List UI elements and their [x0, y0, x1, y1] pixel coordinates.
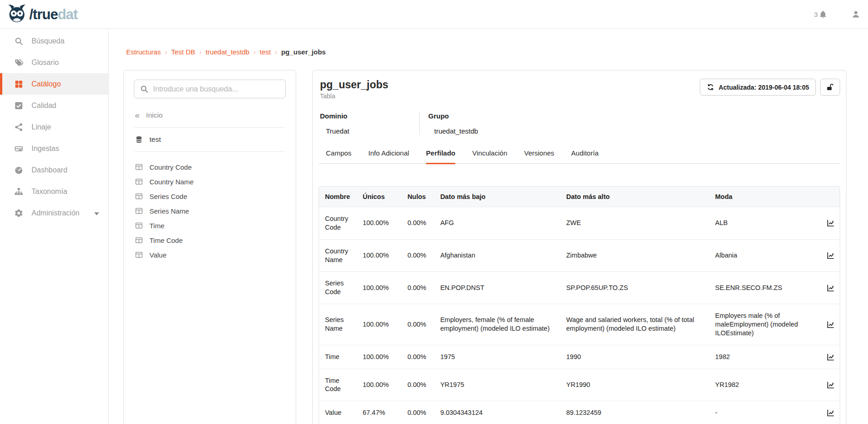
field-name-link[interactable]: Country Name [319, 239, 358, 272]
chart-line-icon [826, 284, 835, 292]
table-icon [135, 221, 143, 230]
tree-column-value[interactable]: Value [134, 247, 286, 262]
column-header-unicos: Únicos [358, 187, 403, 207]
tree-column-country-name[interactable]: Country Name [134, 174, 286, 189]
tree-column-time-code[interactable]: Time Code [134, 233, 286, 247]
gear-icon [14, 209, 24, 218]
column-header-dato-mas-bajo: Dato más bajo [436, 187, 562, 207]
tree-column-series-code[interactable]: Series Code [134, 189, 286, 204]
view-chart-button[interactable] [822, 304, 840, 345]
breadcrumb-link-test[interactable]: test [260, 48, 271, 56]
sidebar-item-label: Ingestas [32, 145, 59, 153]
column-header-actions [822, 187, 840, 207]
table-row-series-name: Series Name100.00%0.00%Employers, female… [319, 304, 840, 345]
sidebar-item-busqueda[interactable]: Búsqueda [0, 30, 108, 52]
refresh-updated-button[interactable]: Actualizada: 2019-06-04 18:05 [700, 79, 816, 96]
table-icon [135, 192, 143, 200]
sidebar-item-taxonomia[interactable]: Taxonomía [0, 181, 108, 202]
sidebar-item-linaje[interactable]: Linaje [0, 116, 108, 138]
view-chart-button[interactable] [822, 401, 840, 424]
view-chart-button[interactable] [822, 369, 840, 401]
field-name-link[interactable]: Country Code [319, 207, 358, 239]
meta-value-grupo: truedat_testdb [428, 127, 533, 135]
chart-line-icon [826, 320, 835, 329]
sidebar-item-catalogo[interactable]: Catálogo [0, 73, 108, 95]
main-sidebar: BúsquedaGlosarioCatálogoCalidadLinajeIng… [0, 29, 109, 424]
lowest-value: Employers, female (% of female employmen… [436, 304, 562, 345]
truedat-logo[interactable]: /truedat [0, 4, 78, 24]
field-name-link[interactable]: Series Name [319, 304, 358, 345]
highest-value: YR1990 [562, 369, 711, 401]
table-icon [135, 177, 143, 186]
tree-column-label: Country Code [149, 163, 192, 171]
sidebar-item-label: Glosario [32, 59, 59, 67]
tab-vinculacion[interactable]: Vinculación [472, 149, 507, 164]
sidebar-item-calidad[interactable]: Calidad [0, 95, 108, 116]
gauge-icon [14, 166, 24, 175]
tree-search-input[interactable] [153, 85, 280, 93]
view-chart-button[interactable] [822, 207, 840, 239]
null-percent: 0.00% [403, 369, 436, 401]
table-row-value: Value67.47%0.00%9.030434312489.1232459- [319, 401, 840, 424]
field-name-link[interactable]: Time [319, 345, 358, 369]
tree-column-time[interactable]: Time [134, 218, 286, 233]
table-row-series-code: Series Code100.00%0.00%EN.POP.DNSTSP.POP… [319, 271, 840, 304]
field-name-link[interactable]: Time Code [319, 369, 358, 401]
search-icon [140, 85, 149, 93]
share-icon [14, 123, 24, 132]
chart-line-icon [826, 381, 835, 389]
page-title: pg_user_jobs [320, 79, 389, 91]
mode-value: ALB [711, 207, 822, 239]
chart-line-icon [826, 353, 835, 361]
mode-value: Albania [711, 239, 822, 272]
tab-perfilado[interactable]: Perfilado [426, 149, 455, 164]
view-chart-button[interactable] [822, 271, 840, 304]
field-name-link[interactable]: Value [319, 401, 358, 424]
breadcrumb-link-estructuras[interactable]: Estructuras [126, 48, 161, 56]
lowest-value: 1975 [436, 345, 562, 369]
chart-line-icon [826, 408, 835, 417]
unlock-button[interactable] [820, 79, 840, 96]
logo-wordmark: /truedat [29, 7, 78, 21]
column-header-nulos: Nulos [403, 187, 436, 207]
highest-value: Wage and salaried workers, total (% of t… [562, 304, 711, 345]
lowest-value: AFG [436, 207, 562, 239]
updated-label: Actualizada: 2019-06-04 18:05 [719, 84, 809, 91]
unique-percent: 100.00% [358, 369, 403, 401]
tab-info-adicional[interactable]: Info Adicional [368, 149, 409, 164]
tree-column-country-code[interactable]: Country Code [134, 160, 286, 174]
table-icon [135, 163, 143, 171]
divider [134, 127, 286, 128]
tab-versiones[interactable]: Versiones [524, 149, 554, 164]
tab-auditoria[interactable]: Auditoría [571, 149, 599, 164]
mode-value: 1982 [711, 345, 822, 369]
mode-value: - [711, 401, 822, 424]
unlock-icon [826, 83, 834, 91]
table-row-time-code: Time Code100.00%0.00%YR1975YR1990YR1982 [319, 369, 840, 401]
tab-campos[interactable]: Campos [326, 149, 351, 164]
top-header: /truedat 3 [0, 0, 868, 29]
tree-column-series-name[interactable]: Series Name [134, 204, 286, 218]
field-name-link[interactable]: Series Code [319, 271, 358, 304]
column-header-dato-mas-alto: Dato más alto [562, 187, 711, 207]
breadcrumb-link-test-db[interactable]: Test DB [171, 48, 196, 56]
notifications-button[interactable]: 3 [814, 10, 827, 19]
breadcrumb-link-truedat-testdb[interactable]: truedat_testdb [206, 48, 250, 56]
sidebar-item-glosario[interactable]: Glosario [0, 52, 108, 73]
sync-icon [707, 83, 714, 91]
view-chart-button[interactable] [822, 345, 840, 369]
tree-node-test[interactable]: test [134, 135, 286, 144]
double-chevron-left-icon: « [135, 111, 140, 119]
null-percent: 0.00% [403, 271, 436, 304]
drive-icon [14, 144, 24, 153]
tree-column-label: Series Name [149, 207, 189, 215]
user-avatar-icon[interactable] [851, 10, 861, 19]
view-chart-button[interactable] [822, 239, 840, 272]
tree-back-home[interactable]: « Inicio [134, 111, 286, 119]
sidebar-item-administracion[interactable]: Administración [0, 202, 108, 224]
tree-column-list: Country CodeCountry NameSeries CodeSerie… [134, 160, 286, 262]
sidebar-item-label: Linaje [32, 123, 51, 131]
sidebar-item-ingestas[interactable]: Ingestas [0, 138, 108, 159]
sidebar-item-dashboard[interactable]: Dashboard [0, 159, 108, 181]
detail-tabs: CamposInfo AdicionalPerfiladoVinculación… [319, 149, 840, 164]
